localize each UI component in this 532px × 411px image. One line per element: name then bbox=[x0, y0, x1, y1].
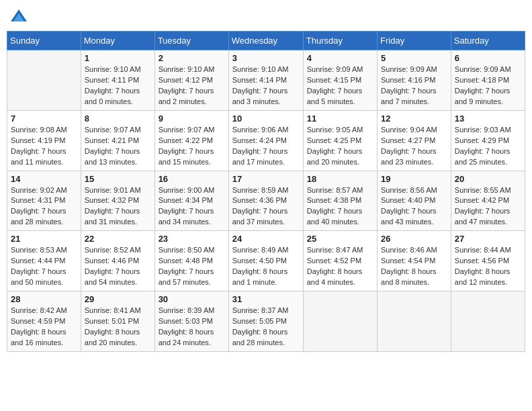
calendar-week-row: 14Sunrise: 9:02 AM Sunset: 4:31 PM Dayli… bbox=[7, 171, 525, 231]
day-number: 7 bbox=[11, 113, 77, 124]
day-info: Sunrise: 8:52 AM Sunset: 4:46 PM Dayligh… bbox=[85, 245, 151, 288]
calendar-cell: 11Sunrise: 9:05 AM Sunset: 4:25 PM Dayli… bbox=[303, 110, 377, 171]
calendar-cell: 1Sunrise: 9:10 AM Sunset: 4:11 PM Daylig… bbox=[81, 50, 154, 111]
day-info: Sunrise: 9:01 AM Sunset: 4:32 PM Dayligh… bbox=[85, 185, 151, 228]
day-number: 17 bbox=[232, 174, 300, 184]
calendar-cell bbox=[303, 291, 377, 352]
day-of-week-header: Wednesday bbox=[228, 32, 303, 50]
day-info: Sunrise: 8:44 AM Sunset: 4:56 PM Dayligh… bbox=[455, 245, 521, 288]
day-of-week-header: Monday bbox=[81, 32, 154, 50]
day-number: 19 bbox=[381, 174, 447, 184]
day-of-week-header: Tuesday bbox=[154, 32, 228, 50]
calendar-table: SundayMondayTuesdayWednesdayThursdayFrid… bbox=[7, 31, 525, 352]
calendar-cell: 28Sunrise: 8:42 AM Sunset: 4:59 PM Dayli… bbox=[7, 291, 81, 352]
day-info: Sunrise: 9:10 AM Sunset: 4:12 PM Dayligh… bbox=[159, 64, 225, 107]
day-info: Sunrise: 9:02 AM Sunset: 4:31 PM Dayligh… bbox=[11, 185, 77, 228]
calendar-cell: 31Sunrise: 8:37 AM Sunset: 5:05 PM Dayli… bbox=[228, 291, 303, 352]
day-info: Sunrise: 9:04 AM Sunset: 4:27 PM Dayligh… bbox=[381, 125, 447, 168]
calendar-header: SundayMondayTuesdayWednesdayThursdayFrid… bbox=[7, 32, 525, 50]
day-of-week-header: Friday bbox=[378, 32, 451, 50]
day-info: Sunrise: 9:05 AM Sunset: 4:25 PM Dayligh… bbox=[307, 125, 373, 168]
calendar-cell: 8Sunrise: 9:07 AM Sunset: 4:21 PM Daylig… bbox=[81, 110, 154, 171]
day-info: Sunrise: 8:41 AM Sunset: 5:01 PM Dayligh… bbox=[85, 306, 151, 349]
day-info: Sunrise: 8:46 AM Sunset: 4:54 PM Dayligh… bbox=[381, 245, 447, 288]
day-number: 11 bbox=[307, 113, 373, 124]
day-number: 5 bbox=[381, 53, 447, 63]
day-number: 15 bbox=[85, 174, 151, 184]
calendar-cell bbox=[451, 291, 525, 352]
day-info: Sunrise: 8:57 AM Sunset: 4:38 PM Dayligh… bbox=[307, 185, 373, 228]
day-info: Sunrise: 9:10 AM Sunset: 4:11 PM Dayligh… bbox=[85, 64, 151, 107]
day-number: 22 bbox=[85, 234, 151, 244]
calendar-cell: 13Sunrise: 9:03 AM Sunset: 4:29 PM Dayli… bbox=[451, 110, 525, 171]
logo-icon bbox=[9, 7, 28, 26]
day-info: Sunrise: 9:00 AM Sunset: 4:34 PM Dayligh… bbox=[159, 185, 225, 228]
day-info: Sunrise: 8:59 AM Sunset: 4:36 PM Dayligh… bbox=[232, 185, 300, 228]
calendar-cell: 9Sunrise: 9:07 AM Sunset: 4:22 PM Daylig… bbox=[154, 110, 228, 171]
calendar-cell: 18Sunrise: 8:57 AM Sunset: 4:38 PM Dayli… bbox=[303, 171, 377, 231]
day-of-week-header: Thursday bbox=[303, 32, 377, 50]
calendar-cell: 3Sunrise: 9:10 AM Sunset: 4:14 PM Daylig… bbox=[228, 50, 303, 111]
day-number: 1 bbox=[85, 53, 151, 63]
day-info: Sunrise: 9:10 AM Sunset: 4:14 PM Dayligh… bbox=[232, 64, 300, 107]
calendar-week-row: 21Sunrise: 8:53 AM Sunset: 4:44 PM Dayli… bbox=[7, 231, 525, 291]
day-info: Sunrise: 9:06 AM Sunset: 4:24 PM Dayligh… bbox=[232, 125, 300, 168]
day-number: 21 bbox=[11, 234, 77, 244]
day-number: 10 bbox=[232, 113, 300, 124]
day-number: 12 bbox=[381, 113, 447, 124]
day-number: 26 bbox=[381, 234, 447, 244]
calendar-week-row: 1Sunrise: 9:10 AM Sunset: 4:11 PM Daylig… bbox=[7, 50, 525, 111]
day-number: 25 bbox=[307, 234, 373, 244]
calendar-week-row: 7Sunrise: 9:08 AM Sunset: 4:19 PM Daylig… bbox=[7, 110, 525, 171]
day-number: 3 bbox=[232, 53, 300, 63]
calendar-cell: 16Sunrise: 9:00 AM Sunset: 4:34 PM Dayli… bbox=[154, 171, 228, 231]
day-info: Sunrise: 9:09 AM Sunset: 4:15 PM Dayligh… bbox=[307, 64, 373, 107]
page-header bbox=[7, 7, 525, 26]
day-info: Sunrise: 9:09 AM Sunset: 4:18 PM Dayligh… bbox=[455, 64, 521, 107]
calendar-cell: 27Sunrise: 8:44 AM Sunset: 4:56 PM Dayli… bbox=[451, 231, 525, 291]
calendar-cell: 29Sunrise: 8:41 AM Sunset: 5:01 PM Dayli… bbox=[81, 291, 154, 352]
calendar-cell: 14Sunrise: 9:02 AM Sunset: 4:31 PM Dayli… bbox=[7, 171, 81, 231]
day-of-week-header: Sunday bbox=[7, 32, 81, 50]
day-number: 27 bbox=[455, 234, 521, 244]
calendar-cell: 5Sunrise: 9:09 AM Sunset: 4:16 PM Daylig… bbox=[378, 50, 451, 111]
day-number: 24 bbox=[232, 234, 300, 244]
day-number: 23 bbox=[159, 234, 225, 244]
day-info: Sunrise: 8:55 AM Sunset: 4:42 PM Dayligh… bbox=[455, 185, 521, 228]
day-info: Sunrise: 8:42 AM Sunset: 4:59 PM Dayligh… bbox=[11, 306, 77, 349]
day-info: Sunrise: 9:07 AM Sunset: 4:22 PM Dayligh… bbox=[159, 125, 225, 168]
calendar-cell: 26Sunrise: 8:46 AM Sunset: 4:54 PM Dayli… bbox=[378, 231, 451, 291]
day-info: Sunrise: 9:09 AM Sunset: 4:16 PM Dayligh… bbox=[381, 64, 447, 107]
day-info: Sunrise: 8:37 AM Sunset: 5:05 PM Dayligh… bbox=[232, 306, 300, 349]
day-info: Sunrise: 8:49 AM Sunset: 4:50 PM Dayligh… bbox=[232, 245, 300, 288]
day-number: 2 bbox=[159, 53, 225, 63]
calendar-cell: 12Sunrise: 9:04 AM Sunset: 4:27 PM Dayli… bbox=[378, 110, 451, 171]
day-info: Sunrise: 9:07 AM Sunset: 4:21 PM Dayligh… bbox=[85, 125, 151, 168]
calendar-cell: 21Sunrise: 8:53 AM Sunset: 4:44 PM Dayli… bbox=[7, 231, 81, 291]
calendar-cell: 6Sunrise: 9:09 AM Sunset: 4:18 PM Daylig… bbox=[451, 50, 525, 111]
day-number: 31 bbox=[232, 294, 300, 304]
day-info: Sunrise: 8:56 AM Sunset: 4:40 PM Dayligh… bbox=[381, 185, 447, 228]
calendar-cell: 30Sunrise: 8:39 AM Sunset: 5:03 PM Dayli… bbox=[154, 291, 228, 352]
day-info: Sunrise: 8:53 AM Sunset: 4:44 PM Dayligh… bbox=[11, 245, 77, 288]
calendar-cell: 23Sunrise: 8:50 AM Sunset: 4:48 PM Dayli… bbox=[154, 231, 228, 291]
day-number: 8 bbox=[85, 113, 151, 124]
calendar-cell: 20Sunrise: 8:55 AM Sunset: 4:42 PM Dayli… bbox=[451, 171, 525, 231]
day-number: 6 bbox=[455, 53, 521, 63]
day-number: 9 bbox=[159, 113, 225, 124]
calendar-cell bbox=[378, 291, 451, 352]
day-number: 20 bbox=[455, 174, 521, 184]
calendar-cell: 10Sunrise: 9:06 AM Sunset: 4:24 PM Dayli… bbox=[228, 110, 303, 171]
calendar-cell: 22Sunrise: 8:52 AM Sunset: 4:46 PM Dayli… bbox=[81, 231, 154, 291]
calendar-cell: 15Sunrise: 9:01 AM Sunset: 4:32 PM Dayli… bbox=[81, 171, 154, 231]
calendar-cell: 7Sunrise: 9:08 AM Sunset: 4:19 PM Daylig… bbox=[7, 110, 81, 171]
calendar-cell: 24Sunrise: 8:49 AM Sunset: 4:50 PM Dayli… bbox=[228, 231, 303, 291]
calendar-cell: 2Sunrise: 9:10 AM Sunset: 4:12 PM Daylig… bbox=[154, 50, 228, 111]
day-number: 29 bbox=[85, 294, 151, 304]
day-info: Sunrise: 8:50 AM Sunset: 4:48 PM Dayligh… bbox=[159, 245, 225, 288]
day-info: Sunrise: 8:39 AM Sunset: 5:03 PM Dayligh… bbox=[159, 306, 225, 349]
day-number: 28 bbox=[11, 294, 77, 304]
logo bbox=[9, 7, 31, 26]
calendar-cell: 4Sunrise: 9:09 AM Sunset: 4:15 PM Daylig… bbox=[303, 50, 377, 111]
day-number: 4 bbox=[307, 53, 373, 63]
